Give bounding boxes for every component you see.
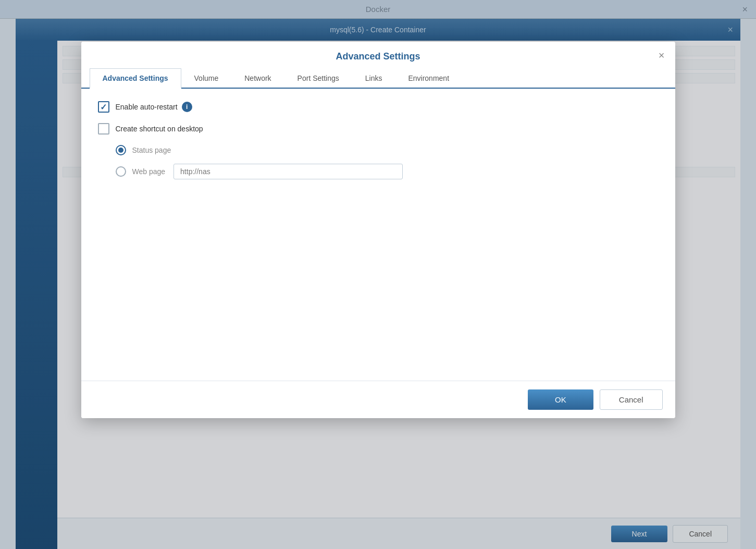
modal-title: Advanced Settings [94,51,663,62]
ok-button[interactable]: OK [528,389,593,410]
auto-restart-row: Enable auto-restart i [98,101,659,113]
shortcut-row: Create shortcut on desktop [98,123,659,135]
modal-body: Enable auto-restart i Create shortcut on… [81,89,675,381]
web-page-label: Web page [132,167,166,176]
shortcut-radio-group: Status page Web page [116,145,659,179]
modal-footer: OK Cancel [81,381,675,418]
auto-restart-checkbox[interactable] [98,101,109,113]
modal-header: Advanced Settings × [81,42,675,62]
shortcut-checkbox[interactable] [98,123,109,135]
cancel-modal-button[interactable]: Cancel [600,389,663,410]
tab-environment[interactable]: Environment [395,68,462,89]
auto-restart-info-icon[interactable]: i [182,102,192,112]
tab-port-settings[interactable]: Port Settings [284,68,352,89]
status-page-radio[interactable] [116,145,126,155]
web-page-url-input[interactable] [173,164,403,179]
modal-dialog: Advanced Settings × Advanced Settings Vo… [81,42,675,418]
auto-restart-label: Enable auto-restart [116,103,178,111]
modal-close-button[interactable]: × [659,50,665,60]
tab-network[interactable]: Network [231,68,284,89]
status-page-label: Status page [132,146,171,154]
web-page-radio[interactable] [116,166,126,177]
shortcut-label: Create shortcut on desktop [116,125,203,133]
tabs-container: Advanced Settings Volume Network Port Se… [81,68,675,89]
status-page-row: Status page [116,145,659,155]
tab-volume[interactable]: Volume [181,68,232,89]
tab-links[interactable]: Links [352,68,395,89]
tab-advanced-settings[interactable]: Advanced Settings [90,68,181,89]
web-page-row: Web page [116,164,659,179]
